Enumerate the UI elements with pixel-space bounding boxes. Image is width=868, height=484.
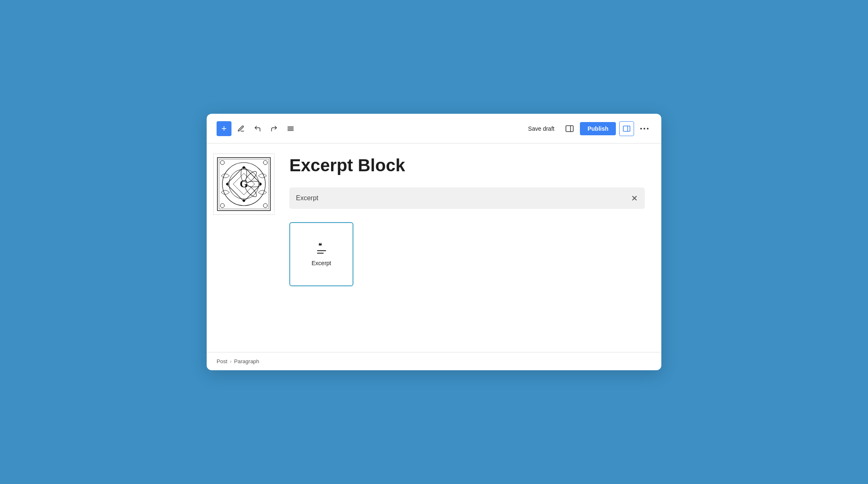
svg-point-8 [640, 128, 642, 129]
pen-icon [237, 125, 245, 132]
add-block-button[interactable]: + [217, 121, 231, 136]
svg-point-29 [226, 183, 229, 185]
svg-point-26 [243, 166, 245, 169]
sidebar-icon [623, 125, 630, 132]
publish-button[interactable]: Publish [580, 122, 616, 135]
excerpt-block-icon: ❝ [314, 242, 329, 255]
more-options-button[interactable] [637, 122, 651, 136]
logo-sidebar: G [207, 144, 281, 352]
preview-button[interactable] [563, 122, 577, 136]
toolbar-right: Save draft Publish [523, 121, 651, 136]
svg-text:G: G [240, 178, 248, 190]
svg-point-28 [243, 199, 245, 202]
post-title[interactable]: Excerpt Block [289, 155, 645, 176]
editor-body: G Excerpt Block [207, 144, 661, 352]
list-icon [287, 125, 294, 132]
logo-svg: G [215, 155, 273, 213]
document-overview-button[interactable] [284, 122, 298, 136]
close-icon [631, 194, 638, 202]
toolbar-left: + [217, 121, 520, 136]
pen-tool-button[interactable] [234, 122, 248, 136]
search-bar [289, 187, 645, 209]
breadcrumb-post[interactable]: Post [217, 358, 227, 364]
site-logo: G [213, 153, 274, 215]
svg-rect-4 [566, 125, 574, 131]
editor-window: + [207, 114, 661, 370]
redo-icon [270, 125, 278, 132]
sidebar-toggle-button[interactable] [619, 121, 634, 136]
save-draft-button[interactable]: Save draft [523, 122, 560, 135]
editor-content: Excerpt Block [281, 144, 661, 352]
undo-button[interactable] [250, 122, 265, 136]
svg-point-27 [259, 183, 262, 185]
ellipsis-icon [640, 128, 649, 129]
redo-button[interactable] [267, 122, 281, 136]
svg-point-9 [644, 128, 645, 129]
breadcrumb: Post › Paragraph [207, 352, 661, 370]
toolbar: + [207, 114, 661, 144]
undo-icon [254, 125, 261, 132]
svg-rect-6 [623, 126, 630, 131]
search-input[interactable] [296, 194, 631, 202]
breadcrumb-paragraph[interactable]: Paragraph [234, 358, 259, 364]
blocks-grid: ❝ Excerpt [289, 222, 645, 286]
excerpt-block-card[interactable]: ❝ Excerpt [289, 222, 353, 286]
svg-text:❝: ❝ [318, 242, 322, 249]
excerpt-block-label: Excerpt [312, 260, 331, 266]
svg-point-10 [647, 128, 649, 129]
preview-icon [565, 125, 574, 132]
breadcrumb-separator: › [230, 358, 231, 364]
search-clear-button[interactable] [631, 194, 638, 202]
